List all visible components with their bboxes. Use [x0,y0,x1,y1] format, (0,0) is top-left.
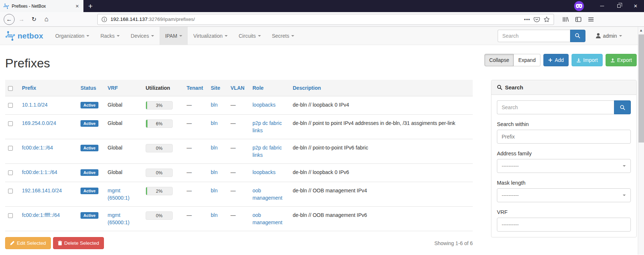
role-link[interactable]: oob management [252,188,282,201]
navbar-search-input[interactable] [498,30,570,42]
trash-icon [58,241,62,245]
prefix-link[interactable]: fc00:de:1:ffff::/64 [22,212,60,218]
role-link[interactable]: loopbacks [252,102,276,108]
col-header-vlan[interactable]: VLAN [228,80,250,96]
col-header-description[interactable]: Description [290,80,473,96]
tab-close-icon[interactable]: ✕ [74,4,80,9]
role-link[interactable]: oob management [252,212,282,225]
filter-select-mask-length[interactable]: ---------- [497,188,631,202]
utilization-bar: 3% [146,101,173,110]
delete-selected-button[interactable]: Delete Selected [53,237,104,249]
vlan-value: — [231,120,236,126]
row-checkbox[interactable] [8,189,13,193]
site-link[interactable]: bln [211,145,218,151]
sidebar-search-input[interactable] [497,100,614,114]
new-tab-button[interactable]: + [83,0,97,12]
nav-item-virtualization[interactable]: Virtualization [188,27,233,45]
filter-input-search-within[interactable] [497,130,631,144]
row-checkbox[interactable] [8,121,13,126]
nav-item-ipam[interactable]: IPAM [160,27,188,45]
prefix-link[interactable]: fc00:de:1::/64 [22,145,53,151]
chevron-down-icon [179,35,182,37]
vlan-value: — [231,169,236,175]
status-badge: Active [80,145,98,151]
site-link[interactable]: bln [211,169,218,175]
scrollbar-up-arrow[interactable]: ▲ [638,27,644,32]
close-window-button[interactable]: ✕ [627,0,644,12]
site-link[interactable]: bln [211,120,218,126]
edit-selected-button[interactable]: Edit Selected [5,237,51,249]
add-button[interactable]: Add [543,54,569,66]
col-header-vrf[interactable]: VRF [105,80,143,96]
col-header-status[interactable]: Status [78,80,105,96]
prefix-link[interactable]: 10.1.1.0/24 [22,102,48,108]
chevron-down-icon [258,35,261,37]
back-button[interactable]: ← [4,14,15,25]
col-header-site[interactable]: Site [208,80,228,96]
utilization-bar: 0% [146,169,173,177]
row-checkbox[interactable] [8,103,13,108]
status-badge: Active [80,212,98,219]
bookmark-star-icon[interactable] [543,16,550,23]
filter-select-address-family[interactable]: ---------- [497,159,631,173]
page-scrollbar[interactable]: ▲ [638,27,644,255]
page-actions-icon[interactable]: ••• [524,16,530,22]
nav-item-racks[interactable]: Racks [95,27,125,45]
nav-item-organization[interactable]: Organization [50,27,95,45]
select-all-checkbox[interactable] [8,86,13,91]
col-header-prefix[interactable]: Prefix [19,80,78,96]
tenant-value: — [187,169,192,175]
filter-select-vrf[interactable]: ---------- [497,218,631,232]
export-button[interactable]: Export [606,54,637,66]
netbox-brand[interactable]: netbox [5,27,43,45]
scrollbar-thumb[interactable] [639,34,644,143]
row-checkbox[interactable] [8,170,13,175]
site-info-icon[interactable] [101,16,107,22]
table-row: fc00:de:1:1::/64ActiveGlobal0%—bln—loopb… [5,164,473,182]
prefix-link[interactable]: fc00:de:1:1::/64 [22,169,57,175]
row-checkbox[interactable] [8,146,13,151]
nav-item-circuits[interactable]: Circuits [233,27,266,45]
reload-button[interactable]: ↻ [29,14,40,25]
forward-button[interactable]: → [16,14,27,25]
filter-input-field-search-within[interactable] [502,134,626,140]
nav-item-devices[interactable]: Devices [125,27,160,45]
table-footer: Edit Selected Delete Selected Showing 1-… [5,237,473,249]
user-icon [596,33,601,38]
import-button[interactable]: Import [572,54,603,66]
restore-window-button[interactable] [610,0,627,12]
pocket-icon[interactable] [533,16,540,23]
user-menu[interactable]: admin [596,33,622,39]
home-button[interactable]: ⌂ [41,14,52,25]
site-link[interactable]: bln [211,212,218,218]
nav-item-secrets[interactable]: Secrets [266,27,300,45]
col-header-tenant[interactable]: Tenant [184,80,208,96]
sidebar-toggle-icon[interactable] [575,16,582,23]
url-host: 192.168.141.137 [111,16,147,22]
navbar-search-button[interactable] [570,30,585,42]
prefix-link[interactable]: 169.254.0.0/24 [22,120,56,126]
site-link[interactable]: bln [211,188,218,193]
browser-tab[interactable]: Prefixes - NetBox ✕ [0,0,83,12]
netbox-favicon [3,3,9,9]
expand-button[interactable]: Expand [514,54,540,66]
role-link[interactable]: p2p dc fabric links [252,120,282,133]
col-header-role[interactable]: Role [250,80,290,96]
minimize-button[interactable] [594,0,610,12]
utilization-value: 0% [146,169,172,177]
site-link[interactable]: bln [211,102,218,108]
url-bar[interactable]: 192.168.141.137:32769/ipam/prefixes/ ••• [97,14,554,25]
table-row: fc00:de:1::/64ActiveGlobal0%—bln—p2p dc … [5,139,473,164]
prefix-link[interactable]: 192.168.141.0/24 [22,188,62,193]
tenant-value: — [187,188,192,193]
sidebar-search-button[interactable] [614,100,631,114]
role-link[interactable]: p2p dc fabric links [252,145,282,158]
row-checkbox[interactable] [8,213,13,218]
library-icon[interactable] [562,16,569,23]
vrf-link[interactable]: mgmt (65000:1) [108,212,130,225]
vrf-link[interactable]: mgmt (65000:1) [108,188,130,201]
hamburger-menu-icon[interactable] [588,16,594,22]
role-link[interactable]: loopbacks [252,169,276,175]
filter-label-address-family: Address family [497,151,631,156]
collapse-button[interactable]: Collapse [484,54,514,66]
